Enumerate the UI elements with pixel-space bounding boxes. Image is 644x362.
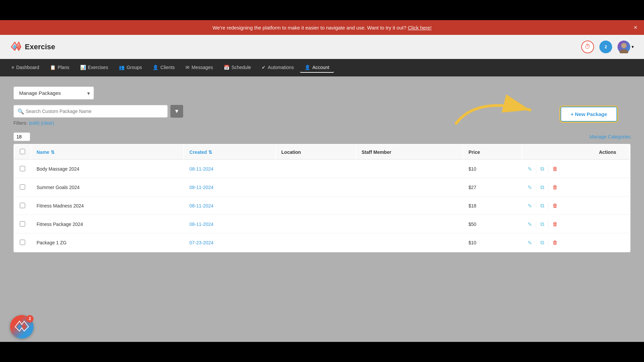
top-black-bar	[0, 0, 644, 20]
col-header-actions: Actions	[522, 145, 630, 160]
nav-item-messages[interactable]: ✉ Messages	[181, 63, 218, 73]
delete-button-2[interactable]: 🗑	[552, 203, 558, 209]
cell-actions-0: ✎ ⧉ 🗑	[522, 160, 630, 178]
divider-0	[536, 165, 536, 173]
nav-label-groups: Groups	[126, 65, 142, 70]
filter-icon: ▼	[174, 108, 179, 114]
manage-packages-wrap: Manage Packages Manage Categories ▾	[13, 86, 94, 100]
nav-item-dashboard[interactable]: ≡ Dashboard	[7, 63, 44, 73]
nav-label-schedule: Schedule	[231, 65, 251, 70]
banner-link[interactable]: Click here!	[408, 25, 432, 31]
cell-location-0	[276, 160, 356, 178]
table-row: Body Massage 2024 08-11-2024 $10 ✎ ⧉ 🗑	[14, 160, 630, 178]
cell-created-0: 08-11-2024	[184, 160, 275, 178]
cell-name-0: Body Massage 2024	[31, 160, 183, 178]
per-page-select[interactable]: 10 18 25 50	[13, 132, 30, 141]
messages-icon: ✉	[185, 65, 190, 70]
nav-item-clients[interactable]: 👤 Clients	[148, 63, 179, 73]
divider2-2	[548, 202, 548, 210]
copy-button-4[interactable]: ⧉	[540, 240, 544, 246]
table-header-row: Name ⇅ Created ⇅ Location Staff Member P…	[14, 145, 630, 160]
cell-location-4	[276, 234, 356, 251]
row-checkbox-1[interactable]	[20, 184, 25, 190]
cell-name-4: Package 1 ZG	[31, 234, 183, 251]
search-input[interactable]	[13, 105, 168, 118]
filter-button[interactable]: ▼	[170, 105, 183, 118]
filters-label: Filters:	[13, 120, 28, 126]
divider-1	[536, 183, 536, 191]
copy-button-0[interactable]: ⧉	[540, 166, 544, 172]
manage-packages-select[interactable]: Manage Packages Manage Categories	[13, 86, 94, 100]
row-checkbox-2[interactable]	[20, 203, 25, 208]
copy-button-1[interactable]: ⧉	[540, 184, 544, 190]
nav-item-automations[interactable]: ✔ Automations	[257, 63, 299, 73]
search-icon: 🔍	[17, 108, 24, 115]
cell-price-0: $10	[463, 160, 522, 178]
new-package-button[interactable]: + New Package	[560, 107, 617, 122]
col-header-created[interactable]: Created ⇅	[184, 145, 275, 160]
nav-label-clients: Clients	[160, 65, 175, 70]
banner-text: We're redesigning the platform to make i…	[212, 25, 406, 31]
nav-item-plans[interactable]: 📋 Plans	[45, 63, 74, 73]
notification-button[interactable]: 2	[599, 41, 612, 53]
automations-icon: ✔	[262, 65, 266, 70]
edit-button-1[interactable]: ✎	[528, 184, 532, 191]
manage-categories-link[interactable]: Manage Categories	[590, 134, 631, 139]
bottom-badge[interactable]: 2	[10, 315, 34, 339]
svg-point-3	[621, 43, 627, 48]
filters-edit-link[interactable]: (edit)	[29, 120, 40, 126]
divider-4	[536, 239, 536, 247]
filters-line: Filters: (edit) (clear)	[13, 120, 631, 126]
edit-button-2[interactable]: ✎	[528, 203, 532, 209]
delete-button-0[interactable]: 🗑	[552, 166, 558, 172]
col-header-location: Location	[276, 145, 356, 160]
copy-button-3[interactable]: ⧉	[540, 221, 544, 227]
row-checkbox-4[interactable]	[20, 240, 25, 245]
nav-item-exercises[interactable]: 📊 Exercises	[75, 63, 113, 73]
cell-staff-1	[356, 179, 463, 196]
cell-location-2	[276, 197, 356, 215]
clients-icon: 👤	[153, 65, 158, 70]
banner-close-button[interactable]: ×	[634, 24, 637, 31]
divider2-0	[548, 165, 548, 173]
row-checkbox-0[interactable]	[20, 166, 25, 171]
edit-button-0[interactable]: ✎	[528, 166, 532, 172]
cell-name-2: Fitness Madness 2024	[31, 197, 183, 215]
logo-text: Exercise	[25, 43, 55, 51]
filters-clear-link[interactable]: (clear)	[41, 120, 54, 126]
cell-name-1: Summer Goals 2024	[31, 179, 183, 196]
cell-price-2: $18	[463, 197, 522, 215]
clock-button[interactable]: ⏱	[581, 41, 594, 53]
cell-created-1: 08-11-2024	[184, 179, 275, 196]
cell-actions-3: ✎ ⧉ 🗑	[522, 216, 630, 233]
packages-table: Name ⇅ Created ⇅ Location Staff Member P…	[13, 144, 631, 252]
exercises-icon: 📊	[80, 65, 86, 70]
nav-item-groups[interactable]: 👥 Groups	[114, 63, 147, 73]
divider-2	[536, 202, 536, 210]
avatar-dropdown-arrow: ▾	[632, 44, 634, 49]
nav-item-account[interactable]: 👤 Account	[300, 63, 334, 73]
bottom-black-bar	[0, 342, 644, 362]
nav-label-messages: Messages	[192, 65, 213, 70]
cell-actions-4: ✎ ⧉ 🗑	[522, 234, 630, 251]
cell-created-4: 07-23-2024	[184, 234, 275, 251]
edit-button-3[interactable]: ✎	[528, 221, 532, 228]
table-row: Fitness Madness 2024 08-11-2024 $18 ✎ ⧉ …	[14, 197, 630, 215]
cell-staff-0	[356, 160, 463, 178]
avatar-button[interactable]: ▾	[618, 41, 634, 53]
row-checkbox-3[interactable]	[20, 221, 25, 227]
delete-button-4[interactable]: 🗑	[552, 240, 558, 246]
delete-button-1[interactable]: 🗑	[552, 184, 558, 190]
logo-area: Exercise	[10, 41, 581, 53]
cell-created-3: 08-11-2024	[184, 216, 275, 233]
copy-button-2[interactable]: ⧉	[540, 203, 544, 209]
nav-label-account: Account	[312, 65, 329, 70]
nav-item-schedule[interactable]: 📅 Schedule	[219, 63, 256, 73]
cell-staff-4	[356, 234, 463, 251]
select-all-checkbox[interactable]	[20, 149, 25, 154]
col-header-name[interactable]: Name ⇅	[31, 145, 183, 160]
edit-button-4[interactable]: ✎	[528, 240, 532, 246]
delete-button-3[interactable]: 🗑	[552, 221, 558, 227]
table-row: Fitness Package 2024 08-11-2024 $50 ✎ ⧉ …	[14, 216, 630, 233]
nav-label-automations: Automations	[268, 65, 294, 70]
